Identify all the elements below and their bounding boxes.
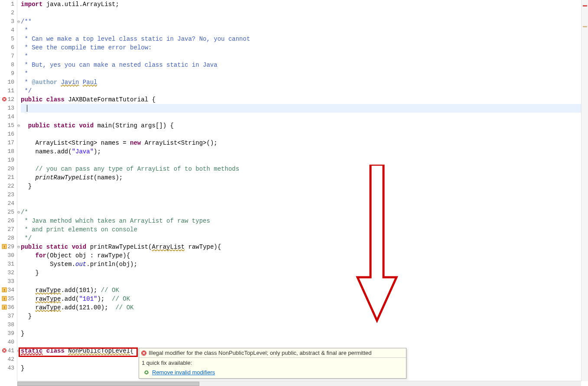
- code-line[interactable]: *: [21, 26, 588, 35]
- code-token: }: [21, 183, 32, 190]
- scrollbar-thumb[interactable]: [17, 382, 199, 386]
- code-line[interactable]: [21, 113, 588, 121]
- code-line[interactable]: !public static void printRawTypeList(Arr…: [21, 243, 588, 251]
- code-line[interactable]: names.add("Java");: [21, 147, 588, 156]
- ruler-error-mark[interactable]: [583, 5, 587, 6]
- line-number: 4: [0, 26, 15, 35]
- line-number: 38: [0, 321, 15, 329]
- code-token: [21, 252, 36, 259]
- code-token: // you can pass any type of ArrayList of…: [36, 165, 239, 172]
- code-token: // OK: [101, 287, 119, 294]
- code-token: void: [79, 122, 94, 129]
- ruler-warn-mark[interactable]: [583, 26, 587, 27]
- code-token: );: [94, 148, 101, 155]
- code-line[interactable]: ArrayList<String> names = new ArrayList<…: [21, 139, 588, 147]
- code-line[interactable]: [21, 338, 588, 347]
- code-line[interactable]: // you can pass any type of ArrayList of…: [21, 165, 588, 173]
- svg-text:!: !: [3, 245, 5, 249]
- code-token: * See the compile time error below:: [21, 44, 152, 51]
- text-cursor: [27, 105, 27, 112]
- code-token: [21, 174, 36, 181]
- code-line[interactable]: }: [21, 269, 588, 277]
- code-token: public: [21, 96, 42, 103]
- code-token: * Can we make a top level class static i…: [21, 36, 250, 42]
- code-token: }: [21, 330, 24, 337]
- code-token: public: [21, 243, 42, 250]
- code-line[interactable]: }: [21, 182, 588, 191]
- code-line[interactable]: [21, 277, 588, 286]
- error-marker-icon[interactable]: [2, 348, 7, 353]
- code-token: printRawTypeList(: [86, 243, 152, 250]
- code-editor[interactable]: 1234567891011121314151617181920212223242…: [0, 0, 588, 381]
- code-line[interactable]: System.out.println(obj);: [21, 260, 588, 269]
- tooltip-quickfix-header: 1 quick fix available:: [139, 357, 406, 368]
- code-token: public: [28, 122, 50, 129]
- code-token: [21, 295, 36, 302]
- code-line[interactable]: [21, 104, 588, 113]
- code-line[interactable]: [21, 130, 588, 139]
- code-line[interactable]: */: [21, 87, 588, 95]
- code-token: [79, 79, 82, 86]
- code-line[interactable]: ! rawType.add(101); // OK: [21, 286, 588, 295]
- line-number: 17: [0, 139, 15, 147]
- code-line[interactable]: [21, 199, 588, 208]
- code-line[interactable]: * and print elements on console: [21, 225, 588, 234]
- code-token: (names);: [94, 174, 123, 181]
- code-line[interactable]: /*: [21, 208, 588, 217]
- code-line[interactable]: for(Object obj : rawType){: [21, 251, 588, 260]
- code-token: JAXBDateFormatTutorial {: [65, 96, 156, 103]
- code-line[interactable]: ! rawType.add(121.00); // OK: [21, 303, 588, 312]
- code-line[interactable]: *: [21, 69, 588, 78]
- code-line[interactable]: public static void main(String args[]) {: [21, 121, 588, 130]
- quickfix-link[interactable]: Remove invalid modifiers: [152, 369, 215, 376]
- line-number: 26: [0, 217, 15, 225]
- code-line[interactable]: * Java method which takes an ArrayList o…: [21, 217, 588, 225]
- code-line[interactable]: * @author Javin Paul: [21, 78, 588, 87]
- code-token: printRawTypeList: [36, 174, 94, 181]
- code-line[interactable]: * See the compile time error below:: [21, 43, 588, 52]
- code-token: }: [21, 365, 24, 372]
- code-line[interactable]: */: [21, 234, 588, 243]
- code-line[interactable]: }: [21, 312, 588, 321]
- code-line[interactable]: [21, 191, 588, 199]
- code-token: * and print elements on console: [21, 226, 137, 233]
- line-number: 25: [0, 208, 15, 217]
- code-token: }: [21, 313, 32, 320]
- code-token: * Java method which takes an ArrayList o…: [21, 217, 210, 224]
- line-number: 7: [0, 52, 15, 61]
- code-line[interactable]: printRawTypeList(names);: [21, 173, 588, 182]
- code-line[interactable]: [21, 156, 588, 165]
- line-number: 13: [0, 104, 15, 113]
- code-line[interactable]: }: [21, 329, 588, 338]
- code-line[interactable]: [21, 321, 588, 329]
- warning-marker-icon[interactable]: !: [2, 244, 7, 249]
- horizontal-scrollbar[interactable]: [17, 381, 581, 386]
- line-number: 19: [0, 156, 15, 165]
- line-number: 28: [0, 234, 15, 243]
- line-number: 10: [0, 78, 15, 87]
- warning-marker-icon[interactable]: !: [2, 287, 7, 292]
- code-line[interactable]: public class JAXBDateFormatTutorial {: [21, 95, 588, 104]
- line-number: 39: [0, 329, 15, 338]
- line-number: 1: [0, 0, 15, 9]
- code-line[interactable]: [21, 9, 588, 17]
- code-token: *: [21, 79, 32, 86]
- line-number: 8: [0, 61, 15, 69]
- code-token: {: [130, 347, 133, 354]
- code-line[interactable]: *: [21, 52, 588, 61]
- code-line[interactable]: import java.util.ArrayList;: [21, 0, 588, 9]
- code-line[interactable]: /**: [21, 17, 588, 26]
- line-number: 32: [0, 269, 15, 277]
- code-line[interactable]: * Can we make a top level class static i…: [21, 35, 588, 43]
- code-line[interactable]: * But, yes you can make a nested class s…: [21, 61, 588, 69]
- error-tooltip: Illegal modifier for the class NonPublic…: [139, 348, 406, 379]
- warning-marker-icon[interactable]: !: [2, 296, 7, 301]
- line-number: 23: [0, 191, 15, 199]
- quickfix-icon: ✪: [144, 370, 149, 376]
- error-marker-icon[interactable]: [2, 97, 7, 102]
- code-line[interactable]: ! rawType.add("101"); // OK: [21, 295, 588, 303]
- code-token: ArrayList<String> names =: [21, 139, 130, 146]
- warning-marker-icon[interactable]: !: [2, 305, 7, 310]
- code-content-area[interactable]: import java.util.ArrayList;/** * * Can w…: [17, 0, 588, 381]
- overview-ruler[interactable]: [581, 0, 588, 381]
